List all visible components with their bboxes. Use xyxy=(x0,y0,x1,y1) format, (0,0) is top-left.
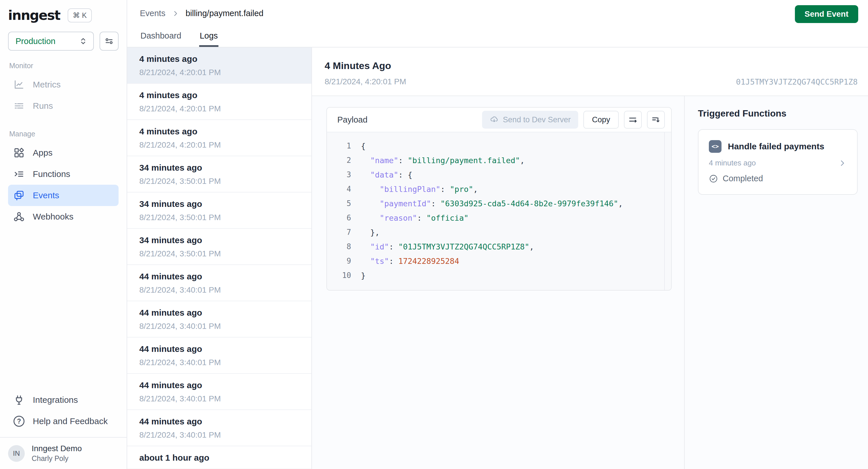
command-k-shortcut-badge[interactable]: ⌘ K xyxy=(68,8,92,23)
breadcrumb: Events billing/payment.failed xyxy=(140,9,868,18)
sidebar-section-manage: ManageAppsFunctionsEventsWebhooks xyxy=(8,130,119,227)
sidebar-item-webhooks[interactable]: Webhooks xyxy=(8,206,119,227)
event-item-title: 34 minutes ago xyxy=(139,163,299,173)
event-list-item[interactable]: 34 minutes ago8/21/2024, 3:50:01 PM xyxy=(127,192,311,229)
event-item-timestamp: 8/21/2024, 4:20:01 PM xyxy=(139,68,299,77)
chevron-up-down-icon xyxy=(78,36,88,46)
breadcrumb-chevron-icon xyxy=(172,10,179,17)
triggered-functions-title: Triggered Functions xyxy=(698,108,858,119)
triggered-function-card[interactable]: <>Handle failed payments4 minutes agoCom… xyxy=(698,129,858,195)
command-k-label: ⌘ K xyxy=(73,11,87,20)
line-number: 1 xyxy=(327,142,351,150)
event-list-item[interactable]: 44 minutes ago8/21/2024, 3:40:01 PM xyxy=(127,338,311,374)
line-number: 4 xyxy=(327,185,351,193)
line-number: 9 xyxy=(327,257,351,265)
sidebar-item-label: Events xyxy=(33,190,59,200)
chevron-right-icon xyxy=(838,159,847,167)
sidebar-item-functions[interactable]: Functions xyxy=(8,163,119,185)
line-number: 6 xyxy=(327,214,351,222)
event-id: 01J5TMY3VJTZ2QG74QCC5RP1Z8 xyxy=(736,77,858,86)
code-content: } xyxy=(351,271,366,280)
sidebar-item-events[interactable]: Events xyxy=(8,185,119,206)
sidebar-section-label: Monitor xyxy=(9,62,119,70)
event-occurrence-list: 4 minutes ago8/21/2024, 4:20:01 PM4 minu… xyxy=(127,48,312,469)
event-item-timestamp: 8/21/2024, 3:50:01 PM xyxy=(139,249,299,258)
event-item-timestamp: 8/21/2024, 3:40:01 PM xyxy=(139,394,299,403)
user-menu[interactable]: IN Inngest Demo Charly Poly xyxy=(0,437,127,469)
line-number: 2 xyxy=(327,156,351,164)
environment-select[interactable]: Production xyxy=(8,32,94,51)
code-line: 9 "ts": 1724228925284 xyxy=(327,254,671,268)
sidebar-section-monitor: MonitorMetricsRuns xyxy=(8,62,119,117)
event-item-title: 34 minutes ago xyxy=(139,236,299,245)
code-content: "reason": "officia" xyxy=(351,214,468,222)
event-item-timestamp: 8/21/2024, 3:50:01 PM xyxy=(139,213,299,222)
sidebar-item-label: Metrics xyxy=(33,80,61,90)
line-number: 5 xyxy=(327,199,351,208)
environment-settings-button[interactable] xyxy=(100,32,119,51)
code-line: 2 "name": "billing/payment.failed", xyxy=(327,153,671,167)
tab-logs[interactable]: Logs xyxy=(199,31,218,47)
word-wrap-icon xyxy=(628,115,638,125)
event-list-item[interactable]: 4 minutes ago8/21/2024, 4:20:01 PM xyxy=(127,120,311,156)
sidebar-item-label: Functions xyxy=(33,169,70,179)
code-line: 3 "data": { xyxy=(327,167,671,182)
event-list-item[interactable]: 44 minutes ago8/21/2024, 3:40:01 PM xyxy=(127,410,311,446)
expand-down-icon xyxy=(651,115,661,125)
code-line: 6 "reason": "officia" xyxy=(327,211,671,225)
event-list-item[interactable]: about 1 hour ago xyxy=(127,446,311,469)
help-icon: ? xyxy=(13,415,25,427)
word-wrap-button[interactable] xyxy=(624,111,642,129)
event-list-item[interactable]: 4 minutes ago8/21/2024, 4:20:01 PM xyxy=(127,48,311,84)
sidebar-item-help-and-feedback[interactable]: ?Help and Feedback xyxy=(8,411,119,432)
triggered-functions-column: Triggered Functions <>Handle failed paym… xyxy=(685,96,868,469)
sidebar-item-metrics[interactable]: Metrics xyxy=(8,74,119,95)
event-item-title: 44 minutes ago xyxy=(139,272,299,281)
event-item-timestamp: 8/21/2024, 4:20:01 PM xyxy=(139,104,299,113)
event-item-title: 44 minutes ago xyxy=(139,344,299,354)
event-list-item[interactable]: 44 minutes ago8/21/2024, 3:40:01 PM xyxy=(127,301,311,338)
sidebar-nav: MonitorMetricsRunsManageAppsFunctionsEve… xyxy=(0,51,127,389)
event-item-title: 44 minutes ago xyxy=(139,308,299,318)
event-list-item[interactable]: 44 minutes ago8/21/2024, 3:40:01 PM xyxy=(127,265,311,301)
event-item-title: 4 minutes ago xyxy=(139,54,299,64)
sidebar-item-apps[interactable]: Apps xyxy=(8,142,119,163)
event-list-item[interactable]: 34 minutes ago8/21/2024, 3:50:01 PM xyxy=(127,156,311,192)
event-item-timestamp: 8/21/2024, 3:40:01 PM xyxy=(139,322,299,331)
send-event-button[interactable]: Send Event xyxy=(795,5,858,23)
code-line: 4 "billingPlan": "pro", xyxy=(327,182,671,196)
copy-button[interactable]: Copy xyxy=(583,111,619,129)
event-list-item[interactable]: 44 minutes ago8/21/2024, 3:40:01 PM xyxy=(127,374,311,410)
send-to-dev-server-button[interactable]: Send to Dev Server xyxy=(482,111,578,129)
event-item-title: 44 minutes ago xyxy=(139,417,299,427)
sidebar-item-runs[interactable]: Runs xyxy=(8,95,119,117)
cloud-download-icon xyxy=(490,115,499,124)
event-item-title: 4 minutes ago xyxy=(139,90,299,100)
payload-column: Payload Send to Dev Server Copy xyxy=(312,96,685,469)
apps-icon xyxy=(13,147,25,159)
user-name: Inngest Demo xyxy=(32,444,82,453)
breadcrumb-events-link[interactable]: Events xyxy=(140,9,165,18)
sidebar-item-integrations[interactable]: Integrations xyxy=(8,389,119,411)
sidebar-item-label: Integrations xyxy=(33,395,78,405)
code-line: 1{ xyxy=(327,139,671,153)
check-circle-icon xyxy=(709,174,718,183)
tab-dashboard[interactable]: Dashboard xyxy=(140,31,182,47)
payload-card: Payload Send to Dev Server Copy xyxy=(327,107,672,291)
function-run-time: 4 minutes ago xyxy=(709,159,756,167)
expand-payload-button[interactable] xyxy=(647,111,665,129)
sidebar-item-label: Runs xyxy=(33,101,53,111)
avatar: IN xyxy=(8,445,25,462)
payload-json-code[interactable]: 1{2 "name": "billing/payment.failed",3 "… xyxy=(327,132,671,290)
sidebar-item-label: Help and Feedback xyxy=(33,416,107,426)
event-list-item[interactable]: 34 minutes ago8/21/2024, 3:50:01 PM xyxy=(127,229,311,265)
line-number: 7 xyxy=(327,228,351,237)
function-name: Handle failed payments xyxy=(728,142,824,151)
sidebar-item-label: Webhooks xyxy=(33,212,73,222)
event-item-title: about 1 hour ago xyxy=(139,453,299,463)
user-subtitle: Charly Poly xyxy=(32,454,82,463)
function-card-meta: 4 minutes ago xyxy=(709,159,847,167)
event-list-item[interactable]: 4 minutes ago8/21/2024, 4:20:01 PM xyxy=(127,84,311,120)
line-number: 8 xyxy=(327,242,351,251)
event-detail-title: 4 Minutes Ago xyxy=(324,60,858,71)
